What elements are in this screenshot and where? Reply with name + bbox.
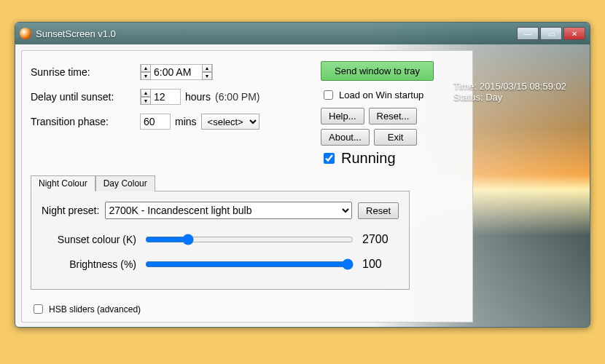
sunrise-hour-down[interactable]: ▼ <box>141 72 151 80</box>
hsb-label: HSB sliders (advanced) <box>49 304 141 314</box>
transition-type-select[interactable]: <select> <box>201 114 259 130</box>
right-column: Send window to tray Load on Win startup … <box>321 61 467 167</box>
titlebar[interactable]: SunsetScreen v1.0 — ▭ ✕ <box>15 23 590 44</box>
transition-input-wrap <box>140 114 171 130</box>
running-row: Running <box>321 150 467 167</box>
sunrise-label: Sunrise time: <box>31 66 140 78</box>
tab-night-colour[interactable]: Night Colour <box>31 175 95 191</box>
send-to-tray-button[interactable]: Send window to tray <box>321 61 434 81</box>
brightness-value: 100 <box>362 258 399 271</box>
minimize-button[interactable]: — <box>517 27 539 40</box>
transition-mins-input[interactable] <box>141 114 170 129</box>
status-value: Day <box>485 92 502 103</box>
close-button[interactable]: ✕ <box>563 27 585 40</box>
tab-day-colour[interactable]: Day Colour <box>95 175 155 191</box>
app-icon <box>20 28 31 39</box>
mins-unit: mins <box>175 116 197 127</box>
reset-button[interactable]: Reset... <box>369 108 418 124</box>
delay-up[interactable]: ▲ <box>141 89 151 97</box>
time-value: 2015/03/15 08:59:02 <box>480 81 566 92</box>
brightness-slider[interactable] <box>145 258 354 270</box>
sunrise-spinner: ▲ ▼ ▲ ▼ <box>140 64 213 80</box>
delay-hours-input[interactable] <box>151 90 180 104</box>
delay-label: Delay until sunset: <box>31 91 140 103</box>
running-checkbox[interactable] <box>324 153 335 164</box>
status-prefix: Status: <box>453 92 485 103</box>
about-button[interactable]: About... <box>321 129 370 146</box>
brightness-label: Brightness (%) <box>42 258 136 270</box>
sunrise-min-up[interactable]: ▲ <box>202 64 212 72</box>
transition-label: Transition phase: <box>31 116 140 127</box>
colour-tabs: Night Colour Day Colour Night preset: 27… <box>31 175 410 290</box>
night-preset-select[interactable]: 2700K - Incandescent light bulb <box>105 202 352 219</box>
window-controls: — ▭ ✕ <box>517 27 585 40</box>
sunrise-min-down[interactable]: ▼ <box>202 72 212 80</box>
time-status-overlay: Time: 2015/03/15 08:59:02 Status: Day <box>453 81 566 103</box>
time-prefix: Time: <box>453 81 480 92</box>
hours-unit: hours <box>185 91 211 103</box>
delay-down[interactable]: ▼ <box>141 97 151 105</box>
content-panel: Sunrise time: ▲ ▼ ▲ ▼ Delay until sunset… <box>21 50 473 323</box>
sunset-colour-slider[interactable] <box>145 234 354 245</box>
sunset-time-display: (6:00 PM) <box>215 91 259 103</box>
night-colour-panel: Night preset: 2700K - Incandescent light… <box>31 191 410 290</box>
window-title: SunsetScreen v1.0 <box>36 28 517 39</box>
load-startup-label: Load on Win startup <box>339 90 424 100</box>
night-preset-label: Night preset: <box>42 205 99 216</box>
sunrise-time-input[interactable] <box>151 65 202 79</box>
hsb-checkbox[interactable] <box>34 304 43 314</box>
maximize-button[interactable]: ▭ <box>540 27 562 40</box>
sunset-colour-value: 2700 <box>362 233 399 246</box>
sunrise-hour-up[interactable]: ▲ <box>141 64 151 72</box>
load-startup-checkbox[interactable] <box>324 90 333 100</box>
hsb-row: HSB sliders (advanced) <box>31 302 141 316</box>
app-window: SunsetScreen v1.0 — ▭ ✕ Sunrise time: ▲ … <box>15 22 590 328</box>
preset-reset-button[interactable]: Reset <box>358 202 399 219</box>
help-button[interactable]: Help... <box>321 108 364 124</box>
running-label: Running <box>341 150 396 167</box>
sunset-colour-label: Sunset colour (K) <box>42 234 136 245</box>
exit-button[interactable]: Exit <box>374 129 418 146</box>
delay-spinner: ▲ ▼ <box>140 89 181 105</box>
